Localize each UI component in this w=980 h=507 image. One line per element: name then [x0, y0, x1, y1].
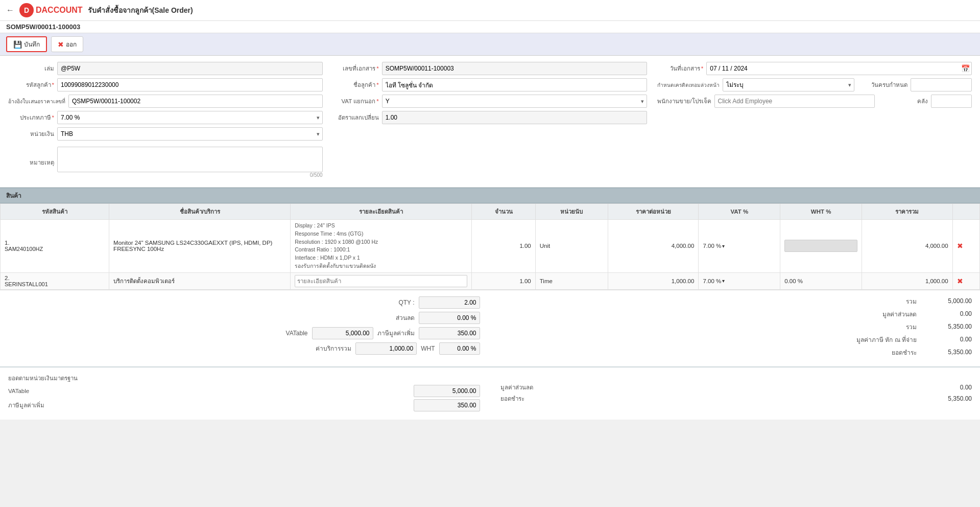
customer-name-row: ชื่อลูกค้า: [333, 78, 648, 91]
ref-row: อ้างอิงใบเสนอราคาเลขที่: [8, 95, 323, 108]
bottom-vatable-input[interactable]: [414, 385, 480, 397]
row2-detail-input[interactable]: [295, 275, 467, 287]
row1-code: SAM240100HZ: [5, 246, 105, 252]
service-total-label: ค่าบริการรวม: [316, 343, 351, 353]
save-button[interactable]: 💾 บันทึก: [6, 36, 47, 52]
row2-vat-dropdown-icon[interactable]: ▾: [722, 278, 725, 284]
row1-no: 1. SAM240100HZ: [1, 220, 109, 273]
vatable-input[interactable]: [312, 327, 373, 339]
row1-delete-button[interactable]: ✖: [957, 242, 963, 250]
back-button[interactable]: ←: [6, 6, 14, 15]
table-row: 1. SAM240100HZ Monitor 24" SAMSUNG LS24C…: [1, 220, 980, 273]
wht-amount-value: 0.00: [921, 336, 972, 343]
customer-code-input[interactable]: [57, 78, 323, 91]
credit-limit-row: กำหนดเครดิตเทอมล่วงหน้า ไม่ระบุ วันครบกำ…: [657, 78, 972, 91]
row1-vat-value: 7.00 %: [703, 243, 721, 249]
row1-price: 4,000.00: [608, 220, 699, 273]
due-date-input[interactable]: [911, 78, 972, 91]
vat-amount-label: ภาษีมูลค่าเพิ่ม: [377, 328, 415, 338]
row2-total: 1,000.00: [862, 272, 953, 289]
row1-product-details: Display : 24" IPS Response Time : 4ms (G…: [295, 222, 467, 270]
discount-amount-label: มูลค่าส่วนลด: [500, 309, 917, 319]
row1-wht-input[interactable]: [784, 240, 857, 252]
row1-delete-cell: ✖: [952, 220, 979, 273]
book-row: เล่ม: [8, 62, 323, 75]
customer-name-label: ชื่อลูกค้า: [333, 80, 379, 89]
ref-input[interactable]: [68, 95, 323, 108]
discount-input[interactable]: [419, 312, 480, 324]
form-col-2: เลขที่เอกสาร ชื่อลูกค้า VAT แยกนอก Y อัต…: [333, 62, 648, 181]
vatable-label: VATable: [286, 330, 308, 337]
row1-product-name: Monitor 24" SAMSUNG LS24C330GAEXXT (IPS,…: [113, 240, 286, 252]
toolbar: 💾 บันทึก ✖ ออก: [0, 33, 980, 56]
tax-type-row: ประเภทภาษี 7.00 %: [8, 111, 323, 124]
doc-date-input[interactable]: [706, 62, 972, 75]
vat-outside-label: VAT แยกนอก: [333, 97, 379, 106]
bottom-vatable-label: VATable: [8, 388, 29, 394]
logo-text: DACCOUNT: [36, 6, 83, 15]
discount-label: ส่วนลด: [396, 313, 415, 322]
vat-outside-select-wrapper: Y: [382, 95, 648, 108]
salesperson-input[interactable]: [714, 95, 875, 108]
exit-icon: ✖: [58, 40, 64, 49]
exit-label: ออก: [66, 39, 77, 49]
book-input[interactable]: [57, 62, 323, 75]
char-count: 0/500: [57, 172, 323, 178]
col-code: รหัสสินค้า: [1, 204, 109, 220]
service-total-input[interactable]: [355, 342, 417, 355]
col-detail: รายละเอียดสินค้า: [291, 204, 472, 220]
row2-delete-button[interactable]: ✖: [957, 277, 963, 285]
vat-outside-row: VAT แยกนอก Y: [333, 95, 648, 108]
row1-detail-2: Resolution : 1920 x 1080 @100 Hz: [295, 238, 467, 246]
remark-label: หมายเหตุ: [8, 158, 54, 167]
col-wht: WHT %: [780, 204, 862, 220]
doc-id-bar: SOMP5W/00011-100003: [0, 21, 980, 33]
row1-details: Display : 24" IPS Response Time : 4ms (G…: [291, 220, 472, 273]
vat-amount-input[interactable]: [419, 327, 480, 339]
remark-textarea[interactable]: [57, 147, 323, 172]
vat-outside-select[interactable]: Y: [382, 95, 648, 108]
summary-section: QTY : ส่วนลด VATable ภาษีมูลค่าเพิ่ม ค่า…: [0, 290, 980, 366]
row1-vat-dropdown-icon[interactable]: ▾: [722, 243, 725, 249]
doc-number-input[interactable]: [382, 62, 648, 75]
currency-select[interactable]: THB: [57, 127, 323, 141]
form-col-1: เล่ม รหัสลูกค้า อ้างอิงใบเสนอราคาเลขที่ …: [8, 62, 323, 181]
tax-type-select[interactable]: 7.00 %: [57, 111, 323, 124]
products-table: รหัสสินค้า ชื่อสินค้า/บริการ รายละเอียดส…: [0, 203, 980, 290]
bottom-vat-input[interactable]: [414, 399, 480, 411]
wht-label: WHT: [421, 345, 435, 352]
col-price: ราคาต่อหน่วย: [608, 204, 699, 220]
row2-wht-cell: 0.00 %: [780, 272, 862, 289]
qty-input[interactable]: [419, 296, 480, 309]
logo-icon: D: [19, 3, 34, 17]
exchange-rate-label: อัตราแลกเปลี่ยน: [333, 113, 379, 122]
row1-detail-0: Display : 24" IPS: [295, 222, 467, 230]
row1-detail-4: Interface : HDMI x 1,DP x 1: [295, 254, 467, 262]
wht-amount-label: มูลค่าภาษี หัก ณ ที่จ่าย: [500, 335, 917, 344]
exit-button[interactable]: ✖ ออก: [51, 36, 83, 52]
net-total-value: 5,350.00: [921, 349, 972, 356]
doc-date-row: วันที่เอกสาร 📅: [657, 62, 972, 75]
row2-no: 2. SERINSTALL001: [1, 272, 109, 289]
products-table-container: รหัสสินค้า ชื่อสินค้า/บริการ รายละเอียดส…: [0, 203, 980, 290]
col-qty: จำนวน: [472, 204, 535, 220]
doc-number-label: เลขที่เอกสาร: [333, 64, 379, 73]
doc-id-text: SOMP5W/00011-100003: [6, 23, 80, 31]
credit-limit-select[interactable]: ไม่ระบุ: [723, 78, 854, 91]
remark-row: หมายเหตุ 0/500: [8, 147, 323, 178]
calendar-icon[interactable]: 📅: [961, 64, 970, 73]
col-vat: VAT %: [699, 204, 780, 220]
tax-type-label: ประเภทภาษี: [8, 113, 54, 122]
row2-wht-value: 0.00 %: [784, 278, 803, 284]
exchange-rate-input[interactable]: [382, 111, 648, 124]
salesperson-row: พนักงานขาย/โปรเจ็ค คลัง: [657, 95, 972, 108]
wht-input[interactable]: [439, 342, 480, 355]
row2-name: บริการติดตั้งคอมพิวเตอร์: [109, 272, 291, 289]
currency-label: หน่วยเงิน: [8, 129, 54, 139]
warehouse-input[interactable]: [931, 95, 972, 108]
subtotal-label: รวม: [500, 322, 917, 332]
row2-vat-cell: 7.00 % ▾: [699, 272, 780, 289]
due-date-label: วันครบกำหนด: [862, 80, 907, 89]
form-col-3: วันที่เอกสาร 📅 กำหนดเครดิตเทอมล่วงหน้า ไ…: [657, 62, 972, 181]
customer-name-input[interactable]: [382, 78, 648, 91]
